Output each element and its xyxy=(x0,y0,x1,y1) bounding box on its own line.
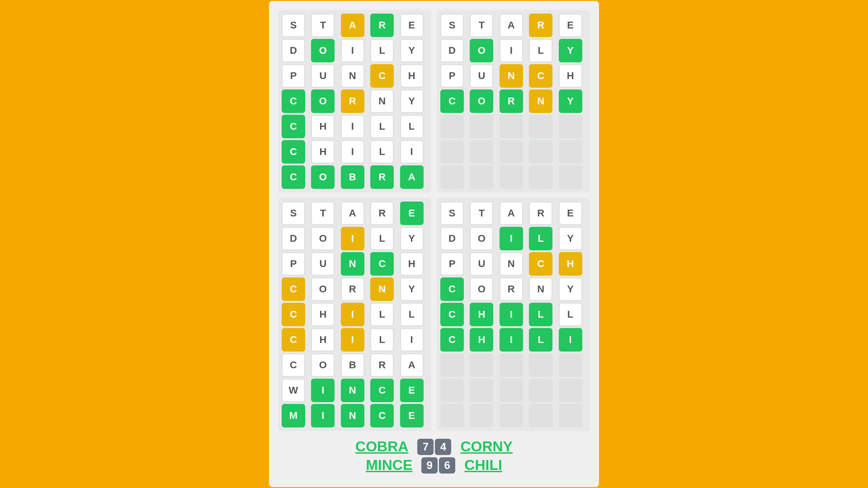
grid-cell: A xyxy=(400,165,424,189)
grid-cell: L xyxy=(529,39,552,62)
grid-cell: P xyxy=(440,64,464,88)
grid-cell: C xyxy=(440,277,464,301)
grid-cell: I xyxy=(559,328,582,352)
grid-cell xyxy=(500,165,523,189)
grid-cell: T xyxy=(311,202,335,225)
grid-cell: L xyxy=(370,140,394,164)
grid-cell: Y xyxy=(559,89,582,113)
grid-cell: H xyxy=(311,303,335,326)
grid-cell: N xyxy=(341,379,364,402)
grid-cell: U xyxy=(470,64,493,88)
grid-cell: D xyxy=(440,227,464,250)
grid-cell xyxy=(440,404,464,427)
grid-cell: C xyxy=(529,252,552,276)
grid-cell: H xyxy=(311,140,335,164)
grid-cell: E xyxy=(559,14,582,37)
bottom-row-1: COBRA 7 4 CORNY xyxy=(355,438,513,455)
grid-cell: I xyxy=(341,328,364,352)
grid-cell xyxy=(559,165,582,189)
grid-cell: R xyxy=(529,202,552,225)
grid-cell: I xyxy=(500,227,523,250)
grid-cell xyxy=(500,353,523,377)
grid-cell xyxy=(470,165,493,189)
word-mince[interactable]: MINCE xyxy=(366,457,412,474)
word-corny[interactable]: CORNY xyxy=(460,438,513,455)
grid-cell: N xyxy=(370,89,394,113)
grid-cell: O xyxy=(311,39,335,62)
word-chili[interactable]: CHILI xyxy=(464,457,502,474)
grid-cell: I xyxy=(400,140,424,164)
grid-cell: C xyxy=(440,328,464,352)
grid-cell: C xyxy=(529,64,552,88)
grid-cell: L xyxy=(400,303,424,326)
grid-cell: W xyxy=(282,379,305,402)
grid-cell: H xyxy=(400,252,424,276)
grid-cell: C xyxy=(370,379,394,402)
grid-cell: P xyxy=(282,252,305,276)
grid-cell: L xyxy=(529,227,552,250)
grid-cell: S xyxy=(282,202,305,225)
grid-cell: T xyxy=(311,14,335,37)
grid-cell: L xyxy=(529,328,552,352)
grid-cell: A xyxy=(500,202,523,225)
grid-cell: U xyxy=(470,252,493,276)
grid-cell xyxy=(440,165,464,189)
grid-cell: S xyxy=(440,202,464,225)
grid-cell: U xyxy=(311,252,335,276)
score-cobra-d1: 7 xyxy=(417,439,434,455)
grid-cell xyxy=(500,115,523,138)
grid-cell: A xyxy=(341,14,364,37)
grid-top-right: STAREDOILYPUNCHCORNY xyxy=(437,10,590,192)
grid-cell xyxy=(559,353,582,377)
grid-cell: E xyxy=(400,14,424,37)
grid-cell: L xyxy=(370,303,394,326)
grid-cell xyxy=(470,404,493,427)
grid-cell: T xyxy=(470,202,493,225)
grid-cell xyxy=(559,404,582,427)
grid-cell: L xyxy=(559,303,582,326)
score-cobra: 7 4 xyxy=(417,439,451,455)
grid-cell: H xyxy=(311,328,335,352)
grid-cell: I xyxy=(311,379,335,402)
grid-cell: P xyxy=(440,252,464,276)
grid-top-left: STAREDOILYPUNCHCORNYCHILLCHILICOBRA xyxy=(278,10,431,192)
main-card: STAREDOILYPUNCHCORNYCHILLCHILICOBRA STAR… xyxy=(269,1,599,487)
grid-cell: Y xyxy=(400,39,424,62)
grid-cell xyxy=(440,353,464,377)
bottom-row-2: MINCE 9 6 CHILI xyxy=(366,457,502,474)
bottom-bar: COBRA 7 4 CORNY MINCE 9 6 CHILI xyxy=(278,438,590,474)
grid-cell xyxy=(440,140,464,164)
grid-cell: C xyxy=(282,115,305,138)
grid-cell: I xyxy=(341,303,364,326)
grid-cell: H xyxy=(470,328,493,352)
grid-cell: S xyxy=(440,14,464,37)
grid-cell: L xyxy=(400,115,424,138)
grid-cell: C xyxy=(370,404,394,427)
grid-cell: C xyxy=(282,353,305,377)
grid-cell: N xyxy=(370,277,394,301)
grid-cell xyxy=(559,115,582,138)
grid-cell: C xyxy=(282,277,305,301)
word-cobra[interactable]: COBRA xyxy=(355,438,408,455)
grid-cell: L xyxy=(529,303,552,326)
grid-cell: I xyxy=(500,328,523,352)
grid-cell: C xyxy=(282,89,305,113)
grid-cell: C xyxy=(282,328,305,352)
grid-cell: O xyxy=(470,277,493,301)
grid-cell: R xyxy=(341,89,364,113)
grid-cell xyxy=(559,140,582,164)
grid-cell: I xyxy=(311,404,335,427)
grid-cell xyxy=(500,140,523,164)
grid-cell: C xyxy=(440,303,464,326)
grid-cell xyxy=(500,404,523,427)
grid-cell: E xyxy=(400,404,424,427)
grid-bottom-right: STAREDOILYPUNCHCORNYCHILLCHILI xyxy=(437,198,590,431)
grid-cell xyxy=(529,115,552,138)
score-mince-d1: 9 xyxy=(421,457,438,474)
grid-cell: O xyxy=(311,353,335,377)
grid-cell xyxy=(529,404,552,427)
grid-cell xyxy=(529,379,552,402)
grid-cell: O xyxy=(311,277,335,301)
grid-cell: Y xyxy=(400,227,424,250)
grid-cell xyxy=(529,165,552,189)
